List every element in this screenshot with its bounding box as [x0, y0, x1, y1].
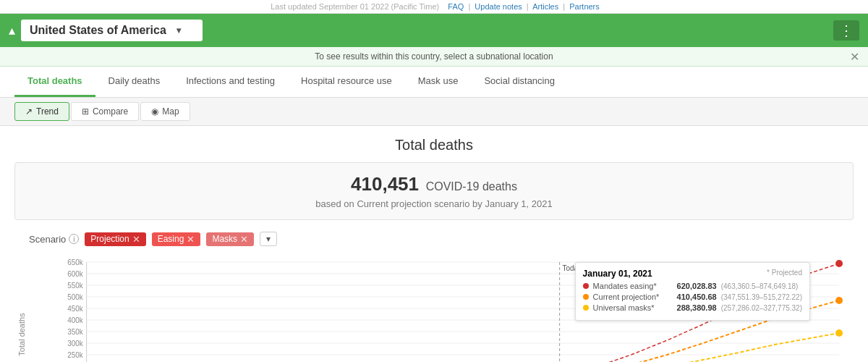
- chart-tooltip: January 01, 2021 * Projected Mandates ea…: [575, 262, 810, 321]
- compare-icon: ⊞: [82, 106, 89, 117]
- trend-label: Trend: [36, 106, 59, 117]
- section-title: Total deaths: [14, 137, 854, 153]
- remove-easing-button[interactable]: ✕: [187, 234, 195, 245]
- location-icon: ▴: [9, 22, 15, 38]
- tooltip-projected-label: * Projected: [767, 269, 802, 277]
- svg-text:550k: 550k: [67, 282, 82, 290]
- chevron-down-icon: ▾: [176, 25, 181, 35]
- map-icon: ◉: [151, 106, 158, 117]
- svg-text:450k: 450k: [67, 305, 82, 313]
- map-view-button[interactable]: ◉ Map: [140, 102, 190, 121]
- svg-text:600k: 600k: [67, 270, 82, 278]
- remove-projection-button[interactable]: ✕: [132, 234, 140, 245]
- svg-point-28: [835, 260, 843, 267]
- country-selector[interactable]: United States of America ▾: [21, 20, 203, 41]
- svg-text:350k: 350k: [67, 328, 82, 336]
- scenario-projection-tag[interactable]: Projection ✕: [85, 232, 145, 246]
- tooltip-masks-range: (257,286.02–327,775.32): [721, 304, 802, 312]
- easing-label: Easing: [158, 234, 184, 244]
- tooltip-easing-range: (463,360.5–874,649.18): [721, 282, 799, 290]
- y-axis-label: Total deaths: [17, 313, 26, 355]
- stats-number: 410,451: [351, 173, 419, 195]
- scenario-dropdown-button[interactable]: ▾: [260, 232, 277, 246]
- faq-link[interactable]: FAQ: [448, 2, 464, 11]
- easing-dot: [583, 283, 589, 289]
- scenario-info-icon[interactable]: i: [69, 234, 79, 244]
- close-subnational-button[interactable]: ✕: [850, 50, 859, 64]
- tooltip-date: January 01, 2021: [583, 269, 652, 279]
- masks-dot: [583, 305, 589, 311]
- articles-link[interactable]: Articles: [532, 2, 558, 11]
- tooltip-easing-name: Mandates easing*: [593, 282, 673, 290]
- svg-point-30: [835, 329, 843, 337]
- projection-label: Projection: [90, 234, 129, 244]
- scenario-easing-tag[interactable]: Easing ✕: [152, 232, 201, 246]
- subnational-bar: To see results within this country, sele…: [0, 47, 868, 67]
- map-label: Map: [162, 106, 179, 117]
- tooltip-masks-name: Universal masks*: [593, 303, 673, 312]
- header-bar: ▴ United States of America ▾ ⋮: [0, 14, 868, 47]
- tooltip-row-easing: Mandates easing* 620,028.83 (463,360.5–8…: [583, 282, 802, 290]
- scenario-label: Scenario i: [29, 234, 79, 245]
- trend-icon: ↗: [25, 106, 33, 117]
- chart-container: 650k 600k 550k 500k 450k 400k 350k 300k …: [51, 255, 854, 362]
- tooltip-masks-value: 288,380.98: [677, 303, 717, 312]
- svg-point-29: [835, 297, 843, 304]
- svg-text:300k: 300k: [67, 340, 82, 348]
- svg-text:400k: 400k: [67, 316, 82, 324]
- tab-daily-deaths[interactable]: Daily deaths: [95, 67, 174, 97]
- tab-infections-testing[interactable]: Infections and testing: [173, 67, 288, 97]
- svg-text:650k: 650k: [67, 258, 82, 266]
- svg-text:250k: 250k: [67, 351, 82, 359]
- last-updated-label: Last updated September 01 2022 (Pacific …: [271, 2, 439, 11]
- remove-masks-button[interactable]: ✕: [240, 234, 248, 245]
- compare-label: Compare: [93, 106, 128, 117]
- tab-hospital-resource[interactable]: Hospital resource use: [288, 67, 405, 97]
- trend-view-button[interactable]: ↗ Trend: [14, 102, 69, 121]
- tab-social-distancing[interactable]: Social distancing: [471, 67, 568, 97]
- scenario-row: Scenario i Projection ✕ Easing ✕ Masks ✕…: [14, 232, 854, 246]
- masks-label: Masks: [212, 234, 237, 244]
- tooltip-row-projection: Current projection* 410,450.68 (347,551.…: [583, 292, 802, 301]
- scenario-masks-tag[interactable]: Masks ✕: [206, 232, 254, 246]
- tabs-bar: Total deaths Daily deaths Infections and…: [0, 67, 868, 98]
- stats-covid-label: COVID-19 deaths: [426, 180, 517, 193]
- projection-dot: [583, 294, 589, 300]
- tooltip-projection-range: (347,551.39–515,272.22): [721, 293, 802, 301]
- more-options-button[interactable]: ⋮: [833, 20, 859, 41]
- svg-text:500k: 500k: [67, 293, 82, 301]
- tooltip-projection-name: Current projection*: [593, 292, 673, 301]
- compare-view-button[interactable]: ⊞ Compare: [71, 102, 139, 121]
- update-notes-link[interactable]: Update notes: [475, 2, 522, 11]
- tooltip-easing-value: 620,028.83: [677, 282, 717, 290]
- top-links-bar: Last updated September 01 2022 (Pacific …: [0, 0, 868, 14]
- stats-box: 410,451 COVID-19 deaths based on Current…: [14, 162, 854, 220]
- subnational-message: To see results within this country, sele…: [315, 51, 553, 62]
- tab-mask-use[interactable]: Mask use: [405, 67, 472, 97]
- scenario-text: Scenario: [29, 234, 66, 245]
- tab-total-deaths[interactable]: Total deaths: [14, 67, 95, 97]
- partners-link[interactable]: Partners: [569, 2, 600, 11]
- view-selector: ↗ Trend ⊞ Compare ◉ Map: [0, 98, 868, 126]
- tooltip-row-masks: Universal masks* 288,380.98 (257,286.02–…: [583, 303, 802, 312]
- stats-subtitle: based on Current projection scenario by …: [25, 198, 843, 209]
- main-content: Total deaths 410,451 COVID-19 deaths bas…: [0, 126, 868, 362]
- tooltip-projection-value: 410,450.68: [677, 292, 717, 301]
- country-name: United States of America: [30, 24, 166, 37]
- chart-wrapper: Total deaths 650k: [14, 255, 854, 362]
